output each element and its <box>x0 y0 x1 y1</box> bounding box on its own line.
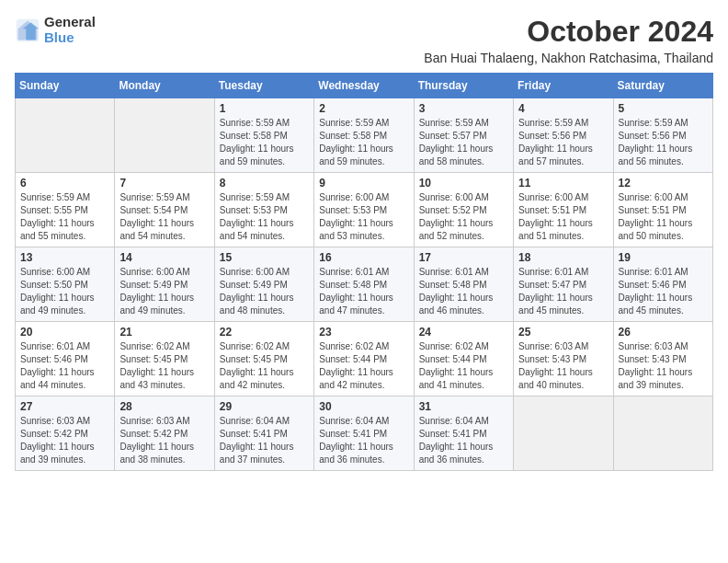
weekday-header-tuesday: Tuesday <box>214 74 313 98</box>
day-info: Sunrise: 6:00 AMSunset: 5:49 PMDaylight:… <box>220 267 294 316</box>
title-block: October 2024 Ban Huai Thalaeng, Nakhon R… <box>424 15 713 65</box>
day-number: 16 <box>319 251 408 264</box>
day-number: 31 <box>419 400 508 413</box>
calendar-cell: 28Sunrise: 6:03 AMSunset: 5:42 PMDayligh… <box>115 396 214 471</box>
day-number: 13 <box>20 251 109 264</box>
day-number: 25 <box>518 326 608 339</box>
day-number: 20 <box>20 326 109 339</box>
day-info: Sunrise: 6:00 AMSunset: 5:50 PMDaylight:… <box>20 267 95 316</box>
day-number: 4 <box>518 102 608 115</box>
weekday-header-wednesday: Wednesday <box>314 74 414 98</box>
calendar-week-4: 20Sunrise: 6:01 AMSunset: 5:46 PMDayligh… <box>16 322 713 396</box>
calendar-cell: 21Sunrise: 6:02 AMSunset: 5:45 PMDayligh… <box>115 322 214 396</box>
day-number: 23 <box>319 326 408 339</box>
calendar-cell <box>514 396 613 471</box>
day-number: 21 <box>119 326 209 339</box>
page-header: General Blue October 2024 Ban Huai Thala… <box>15 15 713 65</box>
day-info: Sunrise: 5:59 AMSunset: 5:57 PMDaylight:… <box>419 118 494 167</box>
calendar-cell: 15Sunrise: 6:00 AMSunset: 5:49 PMDayligh… <box>214 247 313 322</box>
calendar-cell: 10Sunrise: 6:00 AMSunset: 5:52 PMDayligh… <box>414 173 513 247</box>
calendar-cell: 3Sunrise: 5:59 AMSunset: 5:57 PMDaylight… <box>414 98 513 173</box>
day-info: Sunrise: 6:01 AMSunset: 5:48 PMDaylight:… <box>419 267 494 316</box>
day-info: Sunrise: 5:59 AMSunset: 5:58 PMDaylight:… <box>319 118 393 167</box>
day-number: 11 <box>518 177 608 190</box>
day-number: 12 <box>619 177 708 190</box>
day-info: Sunrise: 6:02 AMSunset: 5:44 PMDaylight:… <box>319 341 393 390</box>
day-info: Sunrise: 6:00 AMSunset: 5:51 PMDaylight:… <box>619 192 693 241</box>
day-info: Sunrise: 6:04 AMSunset: 5:41 PMDaylight:… <box>220 416 294 465</box>
calendar-cell: 12Sunrise: 6:00 AMSunset: 5:51 PMDayligh… <box>613 173 712 247</box>
weekday-header-saturday: Saturday <box>613 74 712 98</box>
calendar-cell: 25Sunrise: 6:03 AMSunset: 5:43 PMDayligh… <box>514 322 613 396</box>
day-number: 17 <box>419 251 508 264</box>
day-info: Sunrise: 5:59 AMSunset: 5:56 PMDaylight:… <box>619 118 693 167</box>
calendar-cell: 22Sunrise: 6:02 AMSunset: 5:45 PMDayligh… <box>214 322 313 396</box>
day-info: Sunrise: 6:01 AMSunset: 5:46 PMDaylight:… <box>20 341 95 390</box>
calendar-week-1: 1Sunrise: 5:59 AMSunset: 5:58 PMDaylight… <box>16 98 713 173</box>
day-info: Sunrise: 6:00 AMSunset: 5:53 PMDaylight:… <box>319 192 393 241</box>
location-subtitle: Ban Huai Thalaeng, Nakhon Ratchasima, Th… <box>424 51 713 65</box>
day-number: 2 <box>319 102 408 115</box>
day-number: 7 <box>119 177 209 190</box>
calendar-cell: 13Sunrise: 6:00 AMSunset: 5:50 PMDayligh… <box>16 247 115 322</box>
day-info: Sunrise: 6:02 AMSunset: 5:45 PMDaylight:… <box>220 341 294 390</box>
day-info: Sunrise: 6:01 AMSunset: 5:48 PMDaylight:… <box>319 267 393 316</box>
day-number: 27 <box>20 400 109 413</box>
calendar-cell: 26Sunrise: 6:03 AMSunset: 5:43 PMDayligh… <box>613 322 712 396</box>
weekday-header-sunday: Sunday <box>16 74 115 98</box>
day-info: Sunrise: 6:00 AMSunset: 5:51 PMDaylight:… <box>518 192 593 241</box>
calendar-cell: 4Sunrise: 5:59 AMSunset: 5:56 PMDaylight… <box>514 98 613 173</box>
calendar-cell: 27Sunrise: 6:03 AMSunset: 5:42 PMDayligh… <box>16 396 115 471</box>
day-info: Sunrise: 6:03 AMSunset: 5:43 PMDaylight:… <box>518 341 593 390</box>
day-number: 19 <box>619 251 708 264</box>
day-info: Sunrise: 5:59 AMSunset: 5:55 PMDaylight:… <box>20 192 95 241</box>
day-info: Sunrise: 6:01 AMSunset: 5:46 PMDaylight:… <box>619 267 693 316</box>
day-number: 6 <box>20 177 109 190</box>
day-info: Sunrise: 6:00 AMSunset: 5:49 PMDaylight:… <box>119 267 194 316</box>
calendar-week-2: 6Sunrise: 5:59 AMSunset: 5:55 PMDaylight… <box>16 173 713 247</box>
day-info: Sunrise: 6:00 AMSunset: 5:52 PMDaylight:… <box>419 192 494 241</box>
weekday-header-friday: Friday <box>514 74 613 98</box>
weekday-header-row: SundayMondayTuesdayWednesdayThursdayFrid… <box>16 74 713 98</box>
day-info: Sunrise: 6:03 AMSunset: 5:43 PMDaylight:… <box>619 341 693 390</box>
calendar-week-5: 27Sunrise: 6:03 AMSunset: 5:42 PMDayligh… <box>16 396 713 471</box>
calendar-cell: 23Sunrise: 6:02 AMSunset: 5:44 PMDayligh… <box>314 322 414 396</box>
day-number: 28 <box>119 400 209 413</box>
weekday-header-thursday: Thursday <box>414 74 513 98</box>
calendar-cell: 31Sunrise: 6:04 AMSunset: 5:41 PMDayligh… <box>414 396 513 471</box>
calendar-cell: 6Sunrise: 5:59 AMSunset: 5:55 PMDaylight… <box>16 173 115 247</box>
day-number: 14 <box>119 251 209 264</box>
day-info: Sunrise: 6:01 AMSunset: 5:47 PMDaylight:… <box>518 267 593 316</box>
day-number: 10 <box>419 177 508 190</box>
weekday-header-monday: Monday <box>115 74 214 98</box>
calendar-cell: 9Sunrise: 6:00 AMSunset: 5:53 PMDaylight… <box>314 173 414 247</box>
calendar-cell: 24Sunrise: 6:02 AMSunset: 5:44 PMDayligh… <box>414 322 513 396</box>
calendar-cell: 5Sunrise: 5:59 AMSunset: 5:56 PMDaylight… <box>613 98 712 173</box>
day-number: 8 <box>220 177 309 190</box>
calendar-table: SundayMondayTuesdayWednesdayThursdayFrid… <box>15 73 713 471</box>
calendar-cell: 19Sunrise: 6:01 AMSunset: 5:46 PMDayligh… <box>613 247 712 322</box>
calendar-cell: 14Sunrise: 6:00 AMSunset: 5:49 PMDayligh… <box>115 247 214 322</box>
day-number: 29 <box>220 400 309 413</box>
day-info: Sunrise: 6:02 AMSunset: 5:45 PMDaylight:… <box>119 341 194 390</box>
day-number: 30 <box>319 400 408 413</box>
day-number: 22 <box>220 326 309 339</box>
calendar-cell: 29Sunrise: 6:04 AMSunset: 5:41 PMDayligh… <box>214 396 313 471</box>
calendar-cell <box>16 98 115 173</box>
calendar-cell: 2Sunrise: 5:59 AMSunset: 5:58 PMDaylight… <box>314 98 414 173</box>
logo-general-text: General <box>44 15 96 30</box>
day-info: Sunrise: 5:59 AMSunset: 5:54 PMDaylight:… <box>119 192 194 241</box>
day-info: Sunrise: 5:59 AMSunset: 5:53 PMDaylight:… <box>220 192 294 241</box>
logo-icon <box>15 17 40 43</box>
day-info: Sunrise: 6:04 AMSunset: 5:41 PMDaylight:… <box>319 416 393 465</box>
calendar-week-3: 13Sunrise: 6:00 AMSunset: 5:50 PMDayligh… <box>16 247 713 322</box>
calendar-cell: 11Sunrise: 6:00 AMSunset: 5:51 PMDayligh… <box>514 173 613 247</box>
day-number: 26 <box>619 326 708 339</box>
logo-text: General Blue <box>44 15 96 45</box>
day-info: Sunrise: 6:03 AMSunset: 5:42 PMDaylight:… <box>20 416 95 465</box>
month-title: October 2024 <box>424 15 713 49</box>
day-number: 3 <box>419 102 508 115</box>
day-number: 15 <box>220 251 309 264</box>
day-info: Sunrise: 6:04 AMSunset: 5:41 PMDaylight:… <box>419 416 494 465</box>
calendar-cell <box>115 98 214 173</box>
